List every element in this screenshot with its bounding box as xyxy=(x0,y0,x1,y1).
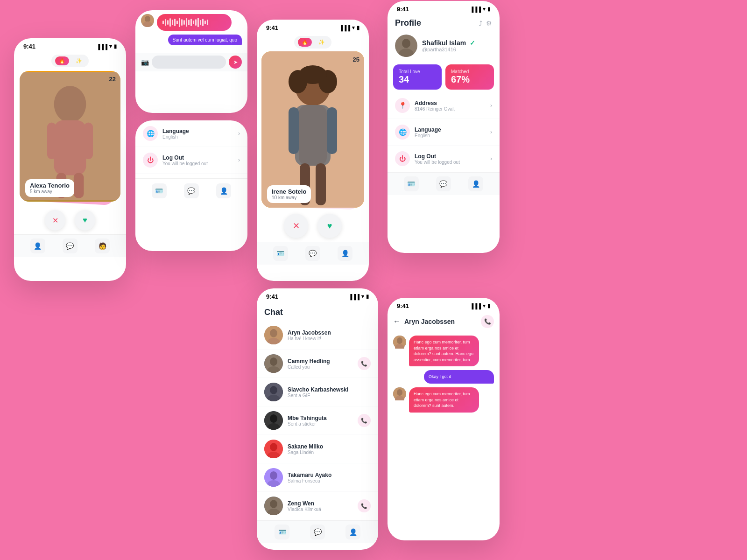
wave-bar-8 xyxy=(179,18,180,27)
nav-person-icon-3[interactable]: 👤 xyxy=(216,183,231,198)
language-arrow: › xyxy=(238,130,240,137)
phone-settings: 🌐 Language English › ⏻ Log Out You will … xyxy=(135,120,247,251)
share-icon[interactable]: ⤴ xyxy=(479,20,482,27)
time-5: 9:41 xyxy=(266,293,278,300)
logout-sub: You will be logged out xyxy=(162,161,238,166)
dislike-button-2[interactable]: ✕ xyxy=(284,214,308,238)
card-age-2: 25 xyxy=(353,56,359,63)
chat-item-sakane[interactable]: Sakane Miiko Saga Lindén xyxy=(257,435,378,463)
card-front-1[interactable]: 22 Alexa Tenorio 5 km away xyxy=(20,71,120,202)
send-button[interactable]: ➤ xyxy=(229,56,242,69)
camera-icon[interactable]: 📷 xyxy=(141,58,149,66)
toggle-pill-4[interactable]: 🔥 ✨ xyxy=(294,36,331,49)
menu-item-language[interactable]: 🌐 Language English › xyxy=(135,120,247,147)
card-distance-1: 5 km away xyxy=(30,189,70,194)
nav-chat-icon-5[interactable]: 💬 xyxy=(310,525,325,539)
card-front-2[interactable]: 25 Irene Sotelo 10 km away xyxy=(261,51,364,208)
chat-phone-icon-mbe: 📞 xyxy=(358,414,371,427)
wave-bar-6 xyxy=(174,19,176,26)
chat-item-slavcho[interactable]: Slavcho Karbashewski Sent a GIF xyxy=(257,378,378,406)
status-bar-6: 9:41 ▐▐▐ ▾ ▮ xyxy=(388,1,500,14)
chat-preview-aryn: Ha ha! I knew it! xyxy=(288,336,371,341)
nav-person-icon-5[interactable]: 👤 xyxy=(345,525,360,539)
profile-menu-language[interactable]: 🌐 Language English › xyxy=(388,119,500,146)
wifi-icon-7: ▾ xyxy=(483,303,486,309)
toggle-bar-1[interactable]: 🔥 ✨ xyxy=(14,55,126,67)
status-icons-4: ▐▐▐ ▾ ▮ xyxy=(339,25,359,31)
person-image-2 xyxy=(261,51,364,208)
nav-chat-icon-1[interactable]: 💬 xyxy=(63,238,78,253)
chat-item-takamaru[interactable]: Takamaru Ayako Salma Fonseca xyxy=(257,463,378,492)
bottom-nav-6: 🪪 💬 👤 xyxy=(388,172,500,195)
menu-text-logout-p: Log Out You will be logged out xyxy=(415,153,490,165)
message-input[interactable] xyxy=(152,56,226,69)
msg-avatar-2 xyxy=(393,387,406,400)
wave-bar-19 xyxy=(204,21,206,24)
svg-point-51 xyxy=(397,389,402,396)
stat-total-love: Total Love 34 xyxy=(393,64,442,90)
bubble-container: Sunt autem vel eum fugiat, quo xyxy=(135,10,247,53)
address-label: Address xyxy=(415,100,490,106)
nav-chat-icon-3[interactable]: 💬 xyxy=(184,183,199,198)
chat-text-zeng: Zeng Wen Vladíca Klimkuá xyxy=(288,500,358,512)
nav-id-icon-6[interactable]: 🪪 xyxy=(404,176,419,191)
chat-name-cammy: Cammy Hedling xyxy=(288,358,358,364)
dislike-button-1[interactable]: ✕ xyxy=(45,210,65,231)
nav-chat-icon-4[interactable]: 💬 xyxy=(305,246,320,261)
menu-item-logout[interactable]: ⏻ Log Out You will be logged out › xyxy=(135,147,247,174)
nav-chat-icon-6[interactable]: 💬 xyxy=(436,176,451,191)
toggle-fire[interactable]: 🔥 xyxy=(55,56,69,65)
chat-phone-icon-zeng: 📞 xyxy=(358,499,371,512)
wave-bar-17 xyxy=(200,20,201,25)
wave-bar-1 xyxy=(162,21,164,24)
convo-header: ← Aryn Jacobssen 📞 xyxy=(388,311,500,332)
chat-list-header: Chat xyxy=(257,302,378,321)
convo-phone-icon[interactable]: 📞 xyxy=(481,315,494,328)
toggle-sparkle[interactable]: ✨ xyxy=(73,56,85,65)
chat-item-mbe[interactable]: Mbe Tshinguta Sent a sticker 📞 xyxy=(257,406,378,435)
chat-preview-takamaru: Salma Fonseca xyxy=(288,478,371,483)
settings-icon[interactable]: ⚙ xyxy=(486,20,492,27)
chat-name-zeng: Zeng Wen xyxy=(288,500,358,507)
nav-profile-icon-1[interactable]: 👤 xyxy=(30,238,45,253)
wave-bar-9 xyxy=(181,19,183,26)
like-button-1[interactable]: ♥ xyxy=(75,210,95,231)
bubble-sent: Sunt autem vel eum fugiat, quo xyxy=(168,35,242,45)
toggle-sparkle-4[interactable]: ✨ xyxy=(316,38,328,47)
nav-person-icon-6[interactable]: 👤 xyxy=(468,176,483,191)
language-label-p: Language xyxy=(415,126,490,133)
msg-received-2: Hanc ego cum memoriter, tum etiam erga n… xyxy=(393,387,494,413)
time-7: 9:41 xyxy=(397,302,409,309)
nav-person-icon-1[interactable]: 🧑 xyxy=(95,238,110,253)
chat-item-aryn[interactable]: Aryn Jacobssen Ha ha! I knew it! xyxy=(257,321,378,350)
chat-text-sakane: Sakane Miiko Saga Lindén xyxy=(288,443,371,455)
status-bar-1: 9:41 ▐▐▐ ▾ ▮ xyxy=(14,38,126,52)
waveform-bubble[interactable] xyxy=(157,14,232,31)
toggle-bar-4[interactable]: 🔥 ✨ xyxy=(257,36,369,49)
nav-id-icon-3[interactable]: 🪪 xyxy=(152,183,167,198)
svg-point-36 xyxy=(270,443,277,451)
profile-menu-address[interactable]: 📍 Address 8146 Reinger Oval, › xyxy=(388,92,500,119)
back-arrow[interactable]: ← xyxy=(393,317,401,326)
profile-user: Shafikul Islam ✓ @partha31416 xyxy=(388,32,500,62)
card-stack-2[interactable]: 25 Irene Sotelo 10 km away xyxy=(261,51,364,210)
nav-id-icon-5[interactable]: 🪪 xyxy=(275,525,289,539)
bubble-sent-row: Sunt autem vel eum fugiat, quo xyxy=(141,35,242,45)
phone-chat-list: 9:41 ▐▐▐ ▾ ▮ Chat Aryn Jacobssen Ha ha! … xyxy=(257,288,378,550)
nav-person-icon-4[interactable]: 👤 xyxy=(338,246,352,261)
chat-avatar-aryn xyxy=(264,326,283,344)
profile-menu-logout[interactable]: ⏻ Log Out You will be logged out › xyxy=(388,146,500,172)
card-stack-1[interactable]: 22 Alexa Tenorio 5 km away xyxy=(20,71,120,206)
nav-id-icon-4[interactable]: 🪪 xyxy=(273,246,288,261)
chat-item-zeng[interactable]: Zeng Wen Vladíca Klimkuá 📞 xyxy=(257,492,378,520)
chat-item-cammy[interactable]: Cammy Hedling Called you 📞 xyxy=(257,350,378,378)
msg-avatar-1 xyxy=(393,336,406,349)
status-bar-4: 9:41 ▐▐▐ ▾ ▮ xyxy=(257,20,369,33)
card-name-2: Irene Sotelo xyxy=(272,188,306,195)
address-sub: 8146 Reinger Oval, xyxy=(415,106,490,112)
battery-icon-7: ▮ xyxy=(487,303,490,309)
toggle-pill-1[interactable]: 🔥 ✨ xyxy=(51,55,89,67)
like-button-2[interactable]: ♥ xyxy=(317,214,342,238)
toggle-fire-4[interactable]: 🔥 xyxy=(298,38,312,47)
profile-handle: @partha31416 xyxy=(422,47,475,52)
